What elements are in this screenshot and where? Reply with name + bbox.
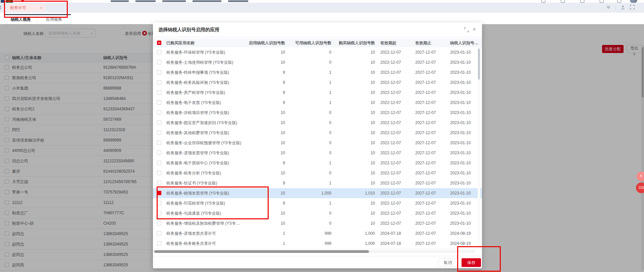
save-button[interactable]: 保存 <box>462 258 481 267</box>
purchased-count: 10 <box>334 168 375 178</box>
purchased-count: 1,000 <box>334 238 375 249</box>
enable-date: 2023-01-10 <box>450 57 481 67</box>
app-row[interactable]: 税务服务-进项发票共享许可19991,0002024-07-182027-12-… <box>153 228 482 239</box>
partial-tab-label[interactable]: 页 <box>0 5 2 10</box>
purchased-count: 10 <box>334 77 375 88</box>
app-row[interactable]: 税务服务-税务分析 (YS专业版)100102022-12-072027-12-… <box>153 168 482 178</box>
enabled-count: 1 <box>241 238 285 249</box>
tab-tax-license[interactable]: 税务许可 × <box>7 4 45 12</box>
app-checkbox[interactable] <box>157 70 161 74</box>
app-row[interactable]: 税务服务-进项发票管理 (YS专业版)100102022-12-072027-1… <box>153 148 482 158</box>
view-tabs: 纳税人视角 应用视角 <box>4 15 71 24</box>
chevrons-down-icon[interactable] <box>606 5 611 10</box>
app-checkbox[interactable] <box>157 171 161 175</box>
app-row[interactable]: 税务服务-软证书 (YS专业版)91102022-12-072027-12-07… <box>153 178 482 188</box>
app-checkbox[interactable] <box>157 141 161 145</box>
close-tab-icon[interactable]: × <box>40 6 42 10</box>
dialog-vertical-scrollbar[interactable] <box>478 47 480 249</box>
dialog-horizontal-scrollbar[interactable] <box>153 250 475 253</box>
dialog-close-icon[interactable]: × <box>473 26 476 33</box>
expand-icon[interactable] <box>630 5 635 10</box>
select-all-apps-checkbox[interactable] <box>157 41 161 45</box>
valid-from: 2022-12-07 <box>380 148 414 158</box>
valid-to: 2027-12-07 <box>415 67 449 77</box>
valid-from: 2024-07-18 <box>380 238 414 249</box>
app-table-header: 已购买应用名称 启用纳税人识别号数 可用纳税人识别号数 购买纳税人识别号数 有效… <box>153 39 482 48</box>
block-icon[interactable] <box>561 0 565 3</box>
app-row[interactable]: 税务服务-其他税费管理 (YS专业版)100102022-12-072027-1… <box>153 128 482 138</box>
app-checkbox[interactable] <box>157 221 161 225</box>
enabled-count: 10 <box>241 138 285 148</box>
available-count: 999 <box>288 238 331 249</box>
floating-count-badge[interactable]: 316 <box>636 182 644 193</box>
app-checkbox[interactable] <box>157 201 161 205</box>
app-checkbox[interactable] <box>157 80 161 85</box>
cancel-button[interactable]: 取消 <box>438 258 458 267</box>
app-row[interactable]: 税务服务-企业所得税预缴管理 (YS专业版)100102022-12-07202… <box>153 138 482 148</box>
app-row[interactable]: 税务服务-增值税及附加税费管理 (YS专业版)100102022-12-0720… <box>153 218 482 229</box>
available-count: 999 <box>288 228 331 238</box>
dialog-expand-icon[interactable] <box>464 28 469 32</box>
enable-date: 2023-01-10 <box>450 198 481 208</box>
enable-date: 2023-01-10 <box>450 108 481 118</box>
app-row[interactable]: 税务服务-电子发票 (YS专业版)91102022-12-072027-12-0… <box>153 98 482 108</box>
app-row[interactable]: 税务服务-销项发票管理 (YS专业版)101,0001,0102022-12-0… <box>153 188 482 199</box>
app-row[interactable]: 税务服务-房产税管理 (YS专业版)91102022-12-072027-12-… <box>153 88 482 98</box>
enabled-count: 10 <box>241 128 285 138</box>
app-checkbox[interactable] <box>157 60 161 64</box>
available-count: 1 <box>288 98 331 108</box>
app-row[interactable]: 税务服务-固定资产加速折旧 (YS专业版)100102022-12-072027… <box>153 118 482 128</box>
app-checkbox[interactable] <box>157 100 161 105</box>
app-checkbox[interactable] <box>157 151 161 155</box>
enable-date: 2023-01-10 <box>450 77 481 88</box>
app-row[interactable]: 税务服务-税务账务共享许可19991,0002024-07-182027-12-… <box>153 238 482 249</box>
enabled-count: 9 <box>241 98 285 108</box>
app-row[interactable]: 税务服务-印花税管理 (YS专业版)91102022-12-072027-12-… <box>153 198 482 209</box>
app-name: 税务服务-印花税管理 (YS专业版) <box>166 198 241 208</box>
enable-date: 2023-01-10 <box>450 178 481 188</box>
app-checkbox[interactable] <box>157 191 161 195</box>
upload-icon[interactable] <box>621 5 625 10</box>
app-checkbox[interactable] <box>157 181 161 185</box>
app-checkbox[interactable] <box>157 90 161 95</box>
app-name: 税务服务-税务分析 (YS专业版) <box>166 168 241 178</box>
app-logo <box>1 0 5 3</box>
clock-icon[interactable] <box>600 0 604 3</box>
scrollbar-thumb[interactable] <box>478 49 480 79</box>
app-row[interactable]: 税务服务-涉税项目管理 (YS专业版)100102022-12-072027-1… <box>153 108 482 118</box>
tab-application-view[interactable]: 应用视角 <box>38 15 71 24</box>
app-row[interactable]: 税务服务-特殊申报事项 (YS专业版)91102022-12-072027-12… <box>153 67 482 78</box>
floating-service-button[interactable] <box>637 172 644 181</box>
pin-icon[interactable] <box>541 0 545 3</box>
available-count: 1 <box>288 77 331 88</box>
notification-dot <box>21 0 24 2</box>
bell-icon[interactable] <box>617 0 621 3</box>
app-checkbox[interactable] <box>157 161 161 165</box>
column-enabled-count: 启用纳税人识别号数 <box>241 39 285 47</box>
app-row[interactable]: 税务服务-税务风险评测 (YS专业版)91102022-12-072027-12… <box>153 77 482 88</box>
app-checkbox[interactable] <box>157 130 161 135</box>
app-row[interactable]: 税务服务-电子票据中心 (YS专业版)91102022-12-072027-12… <box>153 158 482 168</box>
enabled-count: 10 <box>241 208 285 218</box>
valid-to: 2027-12-07 <box>415 178 449 188</box>
avatar <box>6 0 13 3</box>
app-name: 税务服务-增值税及附加税费管理 (YS专业版) <box>166 218 241 228</box>
scrollbar-thumb[interactable] <box>154 250 369 253</box>
app-row[interactable]: 税务服务-勾选通道 (YS专业版)100102022-12-072027-12-… <box>153 208 482 219</box>
app-checkbox[interactable] <box>157 120 161 125</box>
app-checkbox[interactable] <box>157 231 161 235</box>
valid-to: 2027-12-07 <box>415 47 449 57</box>
enable-date: 2023-01-10 <box>450 88 481 98</box>
valid-from: 2022-12-07 <box>380 128 414 138</box>
app-checkbox[interactable] <box>157 110 161 115</box>
available-count: 1 <box>288 198 331 208</box>
app-checkbox[interactable] <box>157 211 161 215</box>
enable-date: 2023-01-10 <box>450 47 481 57</box>
tab-taxpayer-view[interactable]: 纳税人视角 <box>4 15 38 24</box>
app-checkbox[interactable] <box>157 241 161 246</box>
window-icon[interactable] <box>580 0 584 3</box>
app-checkbox[interactable] <box>157 50 161 54</box>
enable-date: 2023-01-10 <box>450 158 481 168</box>
app-row[interactable]: 税务服务-环保税管理 (YS专业版)100102022-12-072027-12… <box>153 47 482 58</box>
app-row[interactable]: 税务服务-土地使用税管理 (YS专业版)100102022-12-072027-… <box>153 57 482 68</box>
